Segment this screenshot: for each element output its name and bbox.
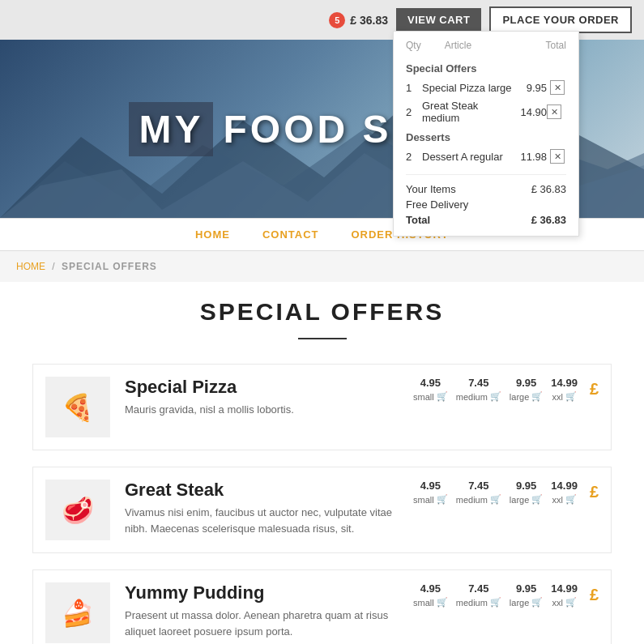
price-group: 9.95large🛒 — [510, 480, 543, 505]
col-article: Article — [445, 40, 514, 58]
cart-add-icon[interactable]: 🛒 — [490, 494, 501, 505]
price-group: 9.95large🛒 — [510, 377, 543, 402]
price-size[interactable]: large🛒 — [510, 391, 543, 402]
remove-item-button[interactable]: ✕ — [550, 149, 565, 164]
price-value: 7.45 — [468, 582, 488, 595]
breadcrumb: HOME / SPECIAL OFFERS — [0, 251, 644, 282]
price-group: 14.99xxl🛒 — [551, 582, 578, 608]
size-label: xxl — [552, 392, 562, 402]
menu-item-description: Praesent ut massa dolor. Aenean pharetra… — [125, 608, 399, 639]
cart-add-icon[interactable]: 🛒 — [531, 494, 543, 505]
breadcrumb-current: SPECIAL OFFERS — [62, 261, 157, 272]
price-group: 14.99xxl🛒 — [551, 480, 578, 505]
cart-add-icon[interactable]: 🛒 — [531, 391, 543, 402]
size-label: large — [510, 392, 529, 402]
cart-dropdown: Qty Article Total Special Offers 1 Speci… — [393, 31, 579, 237]
item-name: Dessert A regular — [422, 147, 514, 166]
cart-add-icon[interactable]: 🛒 — [531, 597, 543, 608]
price-group: 7.45medium🛒 — [456, 480, 501, 505]
total-value: £ 36.83 — [531, 214, 566, 226]
item-qty: 2 — [406, 147, 422, 166]
your-items-value: £ 36.83 — [531, 183, 566, 195]
item-name: Special Pizza large — [422, 78, 514, 97]
summary-total-row: Total £ 36.83 — [406, 212, 566, 228]
menu-item-info: Special PizzaMauris gravida, nisl a moll… — [125, 377, 399, 418]
price-value: 4.95 — [420, 582, 441, 595]
menu-item-name: Special Pizza — [125, 377, 399, 398]
menu-item: 🍕Special PizzaMauris gravida, nisl a mol… — [32, 364, 612, 450]
remove-item-button[interactable]: ✕ — [547, 104, 561, 119]
col-qty: Qty — [406, 40, 445, 58]
item-name: Great Steak medium — [422, 97, 514, 126]
title-divider — [298, 338, 347, 339]
cart-add-icon[interactable]: 🛒 — [437, 494, 448, 505]
price-size[interactable]: medium🛒 — [456, 391, 501, 402]
price-size[interactable]: large🛒 — [510, 494, 543, 505]
cart-add-icon[interactable]: 🛒 — [565, 597, 577, 608]
price-value: 14.99 — [551, 582, 578, 595]
cart-add-icon[interactable]: 🛒 — [437, 391, 448, 402]
menu-item-image: 🥩 — [45, 480, 110, 540]
price-group: 4.95small🛒 — [413, 582, 448, 608]
menu-item-name: Great Steak — [125, 480, 399, 501]
cart-add-icon[interactable]: 🛒 — [565, 391, 577, 402]
cart-add-icon[interactable]: 🛒 — [437, 597, 448, 608]
price-group: 14.99xxl🛒 — [551, 377, 578, 402]
menu-list: 🍕Special PizzaMauris gravida, nisl a mol… — [32, 364, 612, 644]
view-cart-button[interactable]: VIEW CART — [396, 8, 481, 32]
breadcrumb-home[interactable]: HOME — [16, 261, 45, 272]
cart-add-icon[interactable]: 🛒 — [490, 391, 501, 402]
cart-add-icon[interactable]: 🛒 — [565, 494, 577, 505]
item-total: 11.98 — [514, 147, 547, 166]
price-group: 7.45medium🛒 — [456, 377, 501, 402]
size-label: medium — [456, 598, 488, 608]
summary-delivery-row: Free Delivery — [406, 197, 566, 212]
nav-item-contact[interactable]: CONTACT — [262, 228, 319, 241]
breadcrumb-separator: / — [52, 261, 54, 272]
cart-item-row: 2 Dessert A regular 11.98 ✕ — [406, 147, 566, 166]
price-value: 4.95 — [420, 377, 441, 389]
cart-item-row: 1 Special Pizza large 9.95 ✕ — [406, 78, 566, 97]
size-label: medium — [456, 495, 488, 505]
header: 5 £ 36.83 VIEW CART PLACE YOUR ORDER Qty… — [0, 0, 644, 40]
main-content: SPECIAL OFFERS 🍕Special PizzaMauris grav… — [0, 282, 644, 644]
price-size[interactable]: xxl🛒 — [552, 391, 576, 402]
price-group: 4.95small🛒 — [413, 377, 448, 402]
your-items-label: Your Items — [406, 183, 456, 195]
price-size[interactable]: small🛒 — [413, 391, 448, 402]
cart-section-desserts: Desserts — [406, 126, 566, 147]
size-label: medium — [456, 392, 488, 402]
nav-item-home[interactable]: HOME — [195, 228, 230, 241]
cart-badge-wrap: 5 £ 36.83 — [329, 12, 388, 28]
price-value: 14.99 — [551, 377, 578, 389]
price-size[interactable]: small🛒 — [413, 597, 448, 608]
menu-item-name: Yummy Pudding — [125, 582, 399, 603]
cart-section-special-offers: Special Offers — [406, 58, 566, 78]
price-size[interactable]: xxl🛒 — [552, 494, 576, 505]
price-size[interactable]: small🛒 — [413, 494, 448, 505]
menu-item-info: Great SteakVivamus nisi enim, faucibus u… — [125, 480, 399, 536]
remove-item-button[interactable]: ✕ — [550, 80, 565, 95]
price-size[interactable]: xxl🛒 — [552, 597, 576, 608]
cart-count-badge: 5 — [329, 12, 345, 28]
currency-symbol: £ — [590, 483, 599, 501]
currency-symbol: £ — [590, 586, 599, 604]
size-label: large — [510, 598, 529, 608]
price-group: 4.95small🛒 — [413, 480, 448, 505]
menu-item-prices: 4.95small🛒7.45medium🛒9.95large🛒14.99xxl🛒… — [413, 377, 599, 402]
price-group: 9.95large🛒 — [510, 582, 543, 608]
place-order-button[interactable]: PLACE YOUR ORDER — [489, 6, 632, 33]
menu-item-prices: 4.95small🛒7.45medium🛒9.95large🛒14.99xxl🛒… — [413, 480, 599, 505]
price-size[interactable]: large🛒 — [510, 597, 543, 608]
price-value: 14.99 — [551, 480, 578, 492]
summary-items-row: Your Items £ 36.83 — [406, 181, 566, 197]
price-value: 9.95 — [516, 480, 536, 492]
size-label: small — [413, 495, 434, 505]
item-qty: 2 — [406, 97, 422, 126]
price-size[interactable]: medium🛒 — [456, 494, 501, 505]
menu-item-description: Vivamus nisi enim, faucibus ut auctor ne… — [125, 505, 399, 536]
item-qty: 1 — [406, 78, 422, 97]
menu-item-description: Mauris gravida, nisl a mollis lobortis. — [125, 402, 399, 418]
cart-add-icon[interactable]: 🛒 — [490, 597, 501, 608]
price-size[interactable]: medium🛒 — [456, 597, 501, 608]
